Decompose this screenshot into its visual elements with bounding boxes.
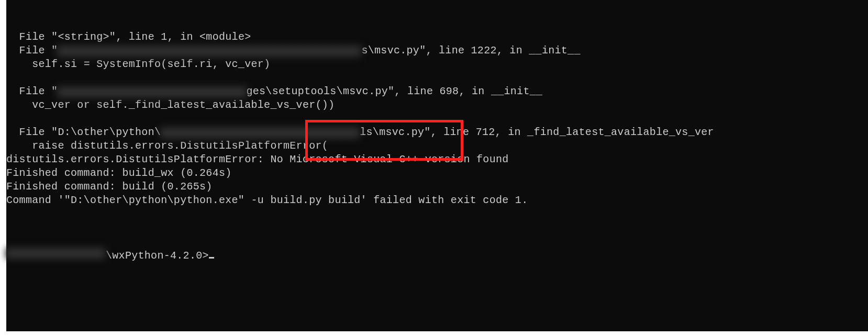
terminal-output[interactable]: File "<string>", line 1, in <module> Fil… — [6, 0, 868, 331]
terminal-line: Command '"D:\other\python\python.exe" -u… — [6, 194, 868, 207]
terminal-line: distutils.errors.DistutilsPlatformError:… — [6, 153, 868, 166]
prompt-text: \wxPython-4.2.0> — [106, 249, 209, 263]
terminal-line: File "s\msvc.py", line 1222, in __init__ — [6, 44, 868, 58]
terminal-line — [6, 112, 868, 126]
prompt-line[interactable]: \wxPython-4.2.0> — [6, 248, 868, 263]
terminal-line: self.si = SystemInfo(self.ri, vc_ver) — [6, 58, 868, 71]
terminal-line — [6, 207, 868, 221]
traceback-lines: File "<string>", line 1, in <module> Fil… — [6, 30, 868, 221]
terminal-line: vc_ver or self._find_latest_available_vs… — [6, 98, 868, 112]
redacted-segment — [161, 128, 360, 138]
terminal-line: File "<string>", line 1, in <module> — [6, 30, 868, 44]
cursor — [209, 257, 214, 259]
terminal-line: Finished command: build_wx (0.264s) — [6, 166, 868, 180]
terminal-line: File "ges\setuptools\msvc.py", line 698,… — [6, 85, 868, 98]
redacted-segment — [58, 87, 246, 97]
terminal-line: Finished command: build (0.265s) — [6, 180, 868, 194]
terminal-line — [6, 71, 868, 85]
redacted-path — [6, 248, 106, 259]
terminal-line: raise distutils.errors.DistutilsPlatform… — [6, 139, 868, 153]
redacted-segment — [58, 46, 361, 57]
terminal-line: File "D:\other\python\ls\msvc.py", line … — [6, 126, 868, 139]
